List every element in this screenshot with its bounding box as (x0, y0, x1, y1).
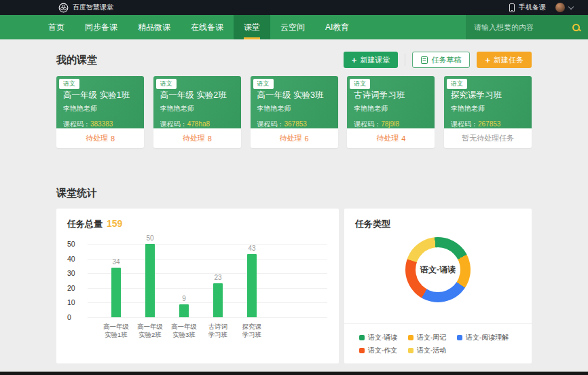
pending-tasks: 待处理6 (251, 128, 338, 148)
pending-tasks: 待处理8 (56, 128, 144, 148)
new-class-button[interactable]: + 新建课堂 (344, 52, 399, 68)
search-icon[interactable] (572, 24, 580, 31)
x-axis-category-label: 探究课 学习班 (233, 323, 271, 339)
teacher-name: 李艳艳老师 (63, 104, 137, 113)
grid-line (88, 302, 327, 303)
legend-item[interactable]: 语文-作文 (359, 344, 408, 357)
y-axis-tick-label: 30 (67, 269, 81, 277)
class-name: 高一年级 实验2班 (160, 90, 234, 101)
bar-value-label: 34 (106, 258, 126, 266)
legend-label: 语文-活动 (417, 346, 446, 355)
class-card[interactable]: 语文 高一年级 实验1班 李艳艳老师 课程码：383383 待处理8 (56, 76, 144, 148)
legend-swatch-icon (359, 348, 365, 353)
task-draft-button[interactable]: 任务草稿 (412, 52, 470, 68)
class-name: 高一年级 实验1班 (63, 90, 137, 101)
chevron-down-icon[interactable] (568, 3, 574, 9)
task-total-label: 任务总量 (67, 219, 103, 229)
draft-icon (421, 56, 428, 64)
course-code: 课程码：78j9l8 (354, 120, 428, 129)
course-code: 课程码：267853 (451, 120, 525, 129)
bar-value-label: 50 (140, 234, 160, 242)
donut-legend: 语文-诵读语文-周记语文-阅读理解语文-作文语文-活动 (344, 323, 532, 363)
nav-item-online-prep[interactable]: 在线备课 (181, 15, 234, 39)
mobile-prep-link[interactable]: 手机备课 (519, 3, 546, 12)
nav-item-cloud[interactable]: 云空间 (270, 15, 315, 39)
grid-line (88, 244, 327, 245)
brand: 百度智慧课堂 (58, 3, 113, 13)
no-pending-tasks: 暂无待处理任务 (444, 128, 532, 148)
new-task-button[interactable]: + 新建任务 (477, 52, 532, 68)
class-card[interactable]: 语文 探究课学习班 李艳艳老师 课程码：267853 暂无待处理任务 (444, 76, 532, 148)
main-nav: 首页 同步备课 精品微课 在线备课 课堂 云空间 AI教育 (0, 15, 588, 39)
donut-hole: 语文-诵读 (416, 247, 460, 292)
class-name: 高一年级 实验3班 (257, 90, 331, 101)
subject-badge: 语文 (447, 79, 467, 89)
course-code: 课程码：383383 (63, 120, 137, 129)
search-input[interactable] (474, 23, 572, 31)
plus-icon: + (352, 56, 357, 65)
subject-badge: 语文 (156, 79, 177, 89)
nav-item-home[interactable]: 首页 (38, 15, 75, 39)
brand-name: 百度智慧课堂 (73, 3, 113, 12)
pending-tasks: 待处理4 (347, 128, 435, 148)
y-axis-tick-label: 10 (67, 298, 81, 306)
teacher-name: 李艳艳老师 (354, 104, 428, 113)
x-axis-category-label: 高一年级 实验2班 (131, 323, 169, 339)
subject-badge: 语文 (350, 79, 370, 89)
divider (405, 54, 405, 66)
avatar[interactable] (555, 3, 565, 12)
class-card[interactable]: 语文 古诗词学习班 李艳艳老师 课程码：78j9l8 待处理4 (347, 76, 435, 148)
legend-label: 语文-作文 (368, 346, 397, 355)
nav-item-ai-edu[interactable]: AI教育 (315, 15, 359, 39)
teacher-name: 李艳艳老师 (257, 104, 331, 113)
plus-icon: + (485, 56, 490, 65)
subject-badge: 语文 (253, 79, 274, 89)
class-card-list: 语文 高一年级 实验1班 李艳艳老师 课程码：383383 待处理8 语文 高一… (56, 76, 532, 148)
donut-center-label: 语文-诵读 (420, 264, 456, 276)
nav-item-micro-lessons[interactable]: 精品微课 (128, 15, 181, 39)
grid-line (88, 288, 327, 289)
x-axis-category-label: 古诗词 学习班 (199, 323, 237, 339)
class-card[interactable]: 语文 高一年级 实验2班 李艳艳老师 课程码：478ha8 待处理8 (153, 76, 241, 148)
legend-label: 语文-周记 (417, 333, 446, 342)
bar (179, 304, 189, 317)
pending-tasks: 待处理8 (153, 128, 241, 148)
stats-section-title: 课堂统计 (56, 187, 532, 200)
task-type-panel: 任务类型 语文-诵读 语文-诵读语文-周记语文-阅读理解语文-作文语文-活动 (344, 209, 532, 363)
legend-swatch-icon (457, 335, 462, 340)
bar (247, 254, 257, 317)
topbar: 百度智慧课堂 手机备课 (0, 0, 588, 15)
x-axis-category-label: 高一年级 实验1班 (97, 323, 135, 339)
task-type-header: 任务类型 (355, 218, 521, 230)
nav-item-classroom[interactable]: 课堂 (234, 15, 270, 39)
y-axis-tick-label: 50 (67, 240, 81, 248)
bar (213, 283, 223, 317)
course-code: 课程码：367853 (257, 120, 331, 129)
task-total-header: 任务总量159 (67, 218, 328, 230)
task-total-panel: 任务总量159 0102030405034高一年级 实验1班50高一年级 实验2… (56, 209, 339, 363)
my-classroom-title: 我的课堂 (56, 54, 97, 67)
bar-value-label: 43 (242, 245, 262, 252)
class-name: 探究课学习班 (451, 90, 525, 101)
subject-badge: 语文 (59, 79, 79, 89)
class-card[interactable]: 语文 高一年级 实验3班 李艳艳老师 课程码：367853 待处理6 (251, 76, 338, 148)
search-box[interactable] (466, 15, 588, 39)
legend-item[interactable]: 语文-阅读理解 (457, 331, 509, 344)
bar (111, 268, 121, 317)
bar-value-label: 9 (174, 295, 194, 302)
grid-line (88, 317, 327, 318)
bar (145, 244, 155, 317)
y-axis-tick-label: 20 (67, 284, 81, 292)
x-axis-category-label: 高一年级 实验3班 (165, 323, 203, 339)
task-total-value: 159 (107, 218, 122, 229)
teacher-name: 李艳艳老师 (451, 104, 525, 113)
legend-item[interactable]: 语文-周记 (408, 331, 457, 344)
bar-value-label: 23 (208, 274, 228, 281)
legend-item[interactable]: 语文-活动 (408, 344, 457, 357)
legend-item[interactable]: 语文-诵读 (359, 331, 408, 344)
y-axis-tick-label: 40 (67, 255, 81, 263)
legend-swatch-icon (408, 348, 414, 353)
legend-label: 语文-阅读理解 (466, 333, 509, 342)
legend-swatch-icon (359, 335, 365, 340)
nav-item-sync-prep[interactable]: 同步备课 (75, 15, 128, 39)
